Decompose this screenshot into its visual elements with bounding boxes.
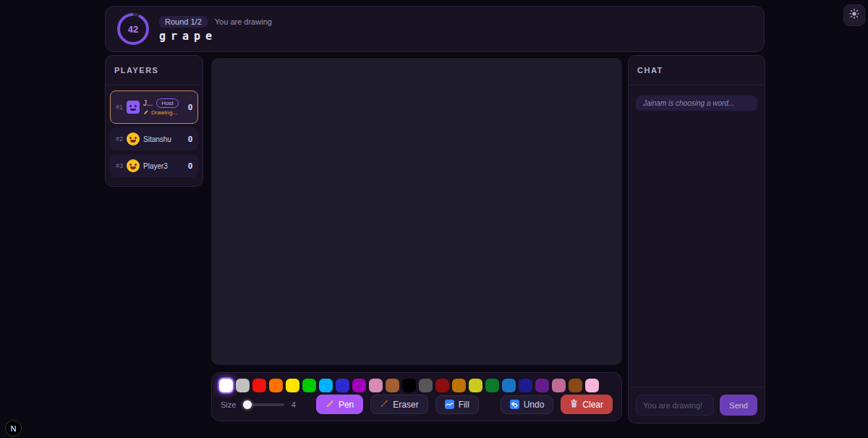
- clear-button[interactable]: Clear: [561, 395, 613, 414]
- player-score: 0: [188, 135, 192, 143]
- color-swatch[interactable]: [336, 379, 349, 392]
- player-row-2[interactable]: #2 Sitanshu 0: [110, 127, 198, 151]
- chat-messages: Jainam is choosing a word...: [629, 85, 765, 121]
- player-name: J...: [143, 99, 153, 107]
- size-label: Size: [221, 400, 236, 409]
- drawing-status-text: You are drawing: [215, 17, 272, 26]
- color-swatch[interactable]: [236, 379, 250, 392]
- players-title: PLAYERS: [106, 56, 203, 85]
- undo-button[interactable]: Undo: [501, 395, 554, 414]
- color-swatch[interactable]: [386, 379, 399, 392]
- color-swatch[interactable]: [585, 379, 599, 392]
- color-swatch[interactable]: [419, 379, 433, 392]
- color-swatch[interactable]: [535, 379, 549, 392]
- players-panel: PLAYERS #1 J... Host Drawing... 0 #2: [105, 55, 203, 187]
- eraser-button[interactable]: Eraser: [370, 395, 427, 414]
- undo-arrow-icon: [510, 400, 519, 409]
- player-rank: #3: [116, 162, 123, 169]
- player-score: 0: [188, 161, 192, 170]
- color-swatch[interactable]: [502, 379, 516, 392]
- color-swatch[interactable]: [286, 379, 299, 392]
- chat-input[interactable]: [636, 395, 714, 416]
- color-swatch[interactable]: [569, 379, 582, 392]
- pencil-icon: [143, 109, 149, 117]
- nextjs-logo[interactable]: N: [5, 420, 22, 437]
- color-swatch[interactable]: [519, 379, 532, 392]
- round-badge: Round 1/2: [159, 16, 208, 28]
- chat-title: CHAT: [629, 56, 765, 85]
- player-status: Drawing...: [151, 109, 177, 116]
- brush-size-slider[interactable]: [243, 403, 284, 406]
- player-row-3[interactable]: #3 Player3 0: [110, 154, 198, 177]
- send-button[interactable]: Send: [720, 395, 757, 416]
- color-swatch[interactable]: [485, 379, 499, 392]
- timer-ring: 42: [117, 13, 149, 45]
- brush-icon: [380, 399, 388, 410]
- color-swatch[interactable]: [252, 379, 266, 392]
- round-header: 42 Round 1/2 You are drawing grape: [105, 6, 765, 52]
- player-rank: #2: [116, 135, 123, 143]
- color-swatch[interactable]: [402, 379, 416, 392]
- color-swatch[interactable]: [452, 379, 466, 392]
- pencil-icon: [326, 399, 334, 410]
- trash-icon: [570, 399, 578, 410]
- color-swatch[interactable]: [469, 379, 482, 392]
- current-word: grape: [159, 30, 272, 43]
- color-swatch[interactable]: [269, 379, 283, 392]
- color-swatch[interactable]: [302, 379, 316, 392]
- color-swatch[interactable]: [319, 379, 333, 392]
- color-palette: [219, 379, 614, 392]
- alien-monster-avatar-icon: [127, 101, 140, 114]
- drawing-canvas[interactable]: [211, 58, 622, 365]
- timer-value: 42: [128, 24, 138, 35]
- color-swatch[interactable]: [552, 379, 566, 392]
- color-swatch[interactable]: [352, 379, 366, 392]
- water-wave-icon: [445, 400, 454, 409]
- host-badge: Host: [156, 98, 178, 108]
- drawing-toolbar: Size 4 Pen: [211, 372, 622, 421]
- player-name: Sitanshu: [143, 135, 184, 143]
- color-swatch[interactable]: [435, 379, 449, 392]
- size-value: 4: [292, 400, 296, 409]
- game-page: 42 Round 1/2 You are drawing grape: [0, 0, 868, 438]
- color-swatch[interactable]: [219, 379, 233, 392]
- slider-knob[interactable]: [243, 400, 252, 409]
- sun-icon: [849, 9, 859, 22]
- theme-toggle-button[interactable]: [843, 4, 865, 26]
- color-swatch[interactable]: [369, 379, 383, 392]
- chat-system-message: Jainam is choosing a word...: [636, 96, 757, 111]
- player-score: 0: [188, 103, 192, 111]
- smiling-hearts-avatar-icon: [127, 159, 140, 172]
- player-name: Player3: [143, 162, 184, 170]
- fill-button[interactable]: Fill: [435, 395, 479, 414]
- player-rank: #1: [116, 104, 123, 111]
- pen-button[interactable]: Pen: [316, 395, 363, 414]
- player-row-1[interactable]: #1 J... Host Drawing... 0: [110, 90, 198, 124]
- chat-panel: CHAT Jainam is choosing a word... Send: [628, 55, 765, 424]
- grinning-face-avatar-icon: [127, 132, 140, 146]
